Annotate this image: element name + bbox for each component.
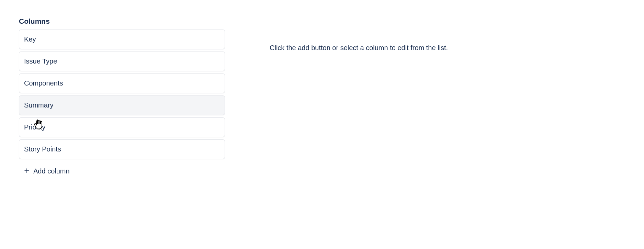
column-item-components[interactable]: Components	[19, 73, 225, 93]
section-title: Columns	[19, 17, 225, 25]
column-item-key[interactable]: Key	[19, 30, 225, 49]
column-item-label: Priority	[24, 123, 45, 131]
columns-right-panel: Click the add button or select a column …	[270, 17, 448, 178]
column-item-issue-type[interactable]: Issue Type	[19, 52, 225, 71]
add-column-label: Add column	[33, 167, 70, 175]
plus-icon	[24, 168, 30, 175]
columns-left-panel: Columns Key Issue Type Components Summar…	[19, 17, 225, 178]
add-column-button[interactable]: Add column	[19, 165, 75, 178]
column-item-label: Summary	[24, 101, 54, 109]
column-item-label: Story Points	[24, 145, 61, 153]
column-item-summary[interactable]: Summary	[19, 95, 225, 115]
instruction-text: Click the add button or select a column …	[270, 44, 448, 52]
column-item-label: Components	[24, 79, 63, 87]
column-item-story-points[interactable]: Story Points	[19, 139, 225, 159]
column-item-label: Issue Type	[24, 57, 57, 65]
column-list: Key Issue Type Components Summary Priori…	[19, 30, 225, 159]
column-item-label: Key	[24, 35, 36, 43]
column-item-priority[interactable]: Priority	[19, 117, 225, 137]
columns-config-panel: Columns Key Issue Type Components Summar…	[0, 0, 644, 195]
